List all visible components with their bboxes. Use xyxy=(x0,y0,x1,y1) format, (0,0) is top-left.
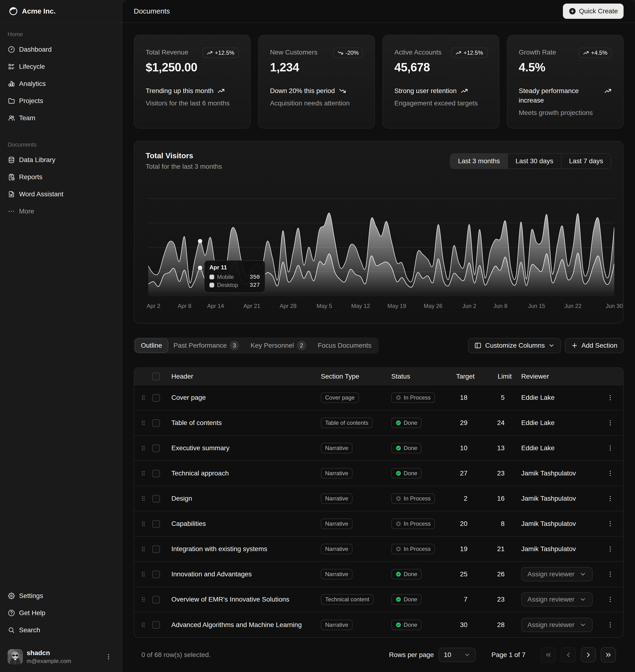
sidebar-item-label: Search xyxy=(19,626,40,634)
row-header-link[interactable]: Overview of EMR's Innovative Solutions xyxy=(171,596,289,603)
row-checkbox[interactable] xyxy=(152,520,160,528)
add-section-button[interactable]: Add Section xyxy=(565,338,623,353)
target-value[interactable]: 7 xyxy=(433,587,475,612)
desktop-swatch-icon xyxy=(210,283,214,288)
row-header-link[interactable]: Cover page xyxy=(171,394,206,401)
tab-outline[interactable]: Outline xyxy=(135,339,168,352)
target-value[interactable]: 2 xyxy=(433,486,475,511)
pagination: Rows per page 10 Page 1 of 7 xyxy=(389,647,616,663)
customize-columns-button[interactable]: Customize Columns xyxy=(468,338,561,353)
row-menu-button[interactable] xyxy=(605,417,616,429)
row-header-link[interactable]: Table of contents xyxy=(171,419,222,426)
last-page-button[interactable] xyxy=(601,647,616,663)
sidebar-item-get-help[interactable]: Get Help xyxy=(4,605,118,621)
assign-reviewer-select[interactable]: Assign reviewer xyxy=(521,592,593,607)
select-all-checkbox[interactable] xyxy=(152,373,160,380)
quick-create-button[interactable]: Quick Create xyxy=(563,4,623,19)
row-header-link[interactable]: Innovation and Advantages xyxy=(171,570,252,578)
drag-handle[interactable] xyxy=(134,420,152,426)
row-menu-button[interactable] xyxy=(605,442,616,454)
sidebar-item-projects[interactable]: Projects xyxy=(4,93,118,109)
sidebar-item-team[interactable]: Team xyxy=(4,110,118,126)
row-header-link[interactable]: Executive summary xyxy=(171,444,229,452)
sidebar-item-word-assistant[interactable]: Word Assistant xyxy=(4,186,118,202)
row-menu-button[interactable] xyxy=(605,568,616,580)
target-value[interactable]: 30 xyxy=(433,612,475,637)
trend-up-icon xyxy=(455,50,461,56)
drag-handle[interactable] xyxy=(134,546,152,552)
row-menu-button[interactable] xyxy=(605,518,616,530)
sidebar-item-reports[interactable]: Reports xyxy=(4,170,118,185)
sidebar-item-search[interactable]: Search xyxy=(4,623,118,638)
sidebar-item-dashboard[interactable]: Dashboard xyxy=(4,42,118,57)
row-header-link[interactable]: Design xyxy=(171,495,192,502)
sidebar-item-more[interactable]: More xyxy=(4,204,118,219)
row-menu-button[interactable] xyxy=(605,619,616,631)
row-header-link[interactable]: Capabilities xyxy=(171,520,206,527)
limit-value[interactable]: 21 xyxy=(475,536,512,562)
drag-handle[interactable] xyxy=(134,394,152,401)
drag-handle[interactable] xyxy=(134,596,152,603)
target-value[interactable]: 29 xyxy=(433,410,475,435)
next-page-button[interactable] xyxy=(581,647,596,663)
first-page-button[interactable] xyxy=(541,647,556,663)
drag-handle[interactable] xyxy=(134,622,152,628)
sidebar-item-analytics[interactable]: Analytics xyxy=(4,76,118,91)
area-chart[interactable]: Apr 2Apr 8Apr 14Apr 21Apr 28May 5May 12M… xyxy=(134,141,624,324)
assign-reviewer-select[interactable]: Assign reviewer xyxy=(521,618,593,632)
row-checkbox[interactable] xyxy=(152,419,160,427)
row-header-link[interactable]: Advanced Algorithms and Machine Learning xyxy=(171,621,302,628)
tab-past-performance[interactable]: Past Performance3 xyxy=(168,339,245,352)
drag-handle[interactable] xyxy=(134,571,152,578)
x-tick-label: Apr 14 xyxy=(207,303,224,309)
assign-reviewer-select[interactable]: Assign reviewer xyxy=(521,567,593,581)
stat-card-footer: Down 20% this periodAcquisition needs at… xyxy=(270,86,363,108)
row-checkbox[interactable] xyxy=(152,470,160,477)
row-checkbox[interactable] xyxy=(152,445,160,452)
row-checkbox[interactable] xyxy=(152,495,160,502)
brand[interactable]: Acme Inc. xyxy=(8,4,60,18)
row-header-link[interactable]: Integration with existing systems xyxy=(171,545,267,553)
limit-value[interactable]: 23 xyxy=(475,587,512,612)
row-menu-button[interactable] xyxy=(605,594,616,605)
user-menu[interactable]: shadcn m@example.com xyxy=(4,645,118,668)
limit-value[interactable]: 5 xyxy=(475,385,512,410)
target-value[interactable]: 25 xyxy=(433,562,475,587)
sidebar-item-data-library[interactable]: Data Library xyxy=(4,152,118,167)
sidebar-item-lifecycle[interactable]: Lifecycle xyxy=(4,59,118,74)
row-checkbox[interactable] xyxy=(152,596,160,603)
limit-value[interactable]: 23 xyxy=(475,461,512,486)
target-value[interactable]: 10 xyxy=(433,435,475,461)
drag-handle[interactable] xyxy=(134,495,152,502)
limit-value[interactable]: 28 xyxy=(475,612,512,637)
row-menu-button[interactable] xyxy=(605,392,616,403)
drag-handle[interactable] xyxy=(134,470,152,477)
target-value[interactable]: 19 xyxy=(433,536,475,562)
limit-value[interactable]: 8 xyxy=(475,511,512,536)
drag-handle[interactable] xyxy=(134,445,152,451)
rows-per-page-select[interactable]: 10 xyxy=(439,648,476,662)
row-menu-button[interactable] xyxy=(605,543,616,555)
limit-value[interactable]: 26 xyxy=(475,562,512,587)
row-menu-button[interactable] xyxy=(605,468,616,479)
sidebar-item-settings[interactable]: Settings xyxy=(4,588,118,603)
prev-page-button[interactable] xyxy=(561,647,576,663)
row-header-link[interactable]: Technical approach xyxy=(171,470,229,477)
drag-handle[interactable] xyxy=(134,520,152,527)
limit-value[interactable]: 16 xyxy=(475,486,512,511)
target-value[interactable]: 20 xyxy=(433,511,475,536)
row-checkbox[interactable] xyxy=(152,570,160,578)
tab-focus-documents[interactable]: Focus Documents xyxy=(312,339,377,352)
target-value[interactable]: 27 xyxy=(433,461,475,486)
limit-value[interactable]: 24 xyxy=(475,410,512,435)
row-menu-button[interactable] xyxy=(605,493,616,504)
tab-key-personnel[interactable]: Key Personnel2 xyxy=(245,339,312,352)
trend-up-icon xyxy=(206,50,213,56)
main-content: Total Revenue$1,250.00+12.5%Trending up … xyxy=(122,23,635,672)
row-checkbox[interactable] xyxy=(152,621,160,629)
limit-value[interactable]: 13 xyxy=(475,435,512,461)
row-checkbox[interactable] xyxy=(152,545,160,553)
loader-icon xyxy=(396,495,401,501)
target-value[interactable]: 18 xyxy=(433,385,475,410)
row-checkbox[interactable] xyxy=(152,394,160,402)
